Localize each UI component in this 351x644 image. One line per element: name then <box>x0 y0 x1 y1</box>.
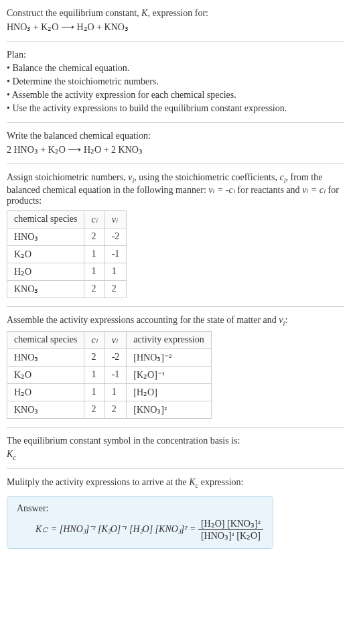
divider <box>7 164 344 164</box>
cell-vi: -1 <box>104 366 127 383</box>
cell-species: K₂O <box>7 366 84 383</box>
cell-ci: 2 <box>84 401 104 418</box>
cell-species: K₂O <box>7 245 84 263</box>
plan-section: Plan: • Balance the chemical equation. •… <box>7 50 344 114</box>
cell-vi: -2 <box>104 348 127 366</box>
cell-activity: [H₂O] <box>127 383 211 401</box>
cell-species: H₂O <box>7 263 84 280</box>
eq-products: νᵢ = cᵢ <box>302 185 326 195</box>
cell-ci: 2 <box>84 228 104 245</box>
symbol-section: The equilibrium constant symbol in the c… <box>7 436 344 461</box>
divider <box>7 468 344 469</box>
cell-species: HNO₃ <box>7 228 84 245</box>
cell-species: H₂O <box>7 383 84 401</box>
cell-species: KNO₃ <box>7 280 84 298</box>
K-symbol: K <box>141 8 147 18</box>
assemble-p1: Assemble the activity expressions accoun… <box>7 315 279 325</box>
cell-vi: 2 <box>104 280 127 298</box>
unbalanced-equation: HNO₃ + K₂O ⟶ H₂O + KNO₃ <box>7 21 344 33</box>
cell-vi: 1 <box>104 383 127 401</box>
activity-table: chemical species cᵢ νᵢ activity expressi… <box>7 331 212 419</box>
assemble-text: Assemble the activity expressions accoun… <box>7 315 344 327</box>
prompt-text-2: , expression for: <box>147 8 208 18</box>
th-vi: νᵢ <box>104 210 127 228</box>
cell-vi: -2 <box>104 228 127 245</box>
cell-vi: 2 <box>104 401 127 418</box>
table-row: HNO₃ 2 -2 <box>7 228 127 245</box>
table-row: H₂O 1 1 <box>7 263 127 280</box>
cell-species: KNO₃ <box>7 401 84 418</box>
multiply-p1: Mulitply the activity expressions to arr… <box>7 477 189 487</box>
table-row: K₂O 1 -1 [K₂O]⁻¹ <box>7 366 212 383</box>
stoich-table: chemical species cᵢ νᵢ HNO₃ 2 -2 K₂O 1 -… <box>7 210 127 298</box>
answer-expression: K𝚌 = [HNO₃]⁻² [K₂O]⁻¹ [H₂O] [KNO₃]² = [H… <box>17 518 263 541</box>
table-row: KNO₃ 2 2 <box>7 280 127 298</box>
cell-vi: -1 <box>104 245 127 263</box>
assign-p4: for reactants and <box>235 185 302 195</box>
prompt-section: Construct the equilibrium constant, K, e… <box>7 8 344 33</box>
plan-bullet-3: • Assemble the activity expression for e… <box>7 90 344 101</box>
multiply-section: Mulitply the activity expressions to arr… <box>7 477 344 549</box>
cell-species: HNO₃ <box>7 348 84 366</box>
balanced-intro: Write the balanced chemical equation: <box>7 131 344 141</box>
table-row: KNO₃ 2 2 [KNO₃]² <box>7 401 212 418</box>
eq-reactants: νᵢ = -cᵢ <box>208 185 235 195</box>
fraction-numerator: [H₂O] [KNO₃]² <box>198 518 263 530</box>
th-ci: cᵢ <box>84 210 104 228</box>
cell-ci: 2 <box>84 280 104 298</box>
th-ci: cᵢ <box>84 331 104 348</box>
table-row: K₂O 1 -1 <box>7 245 127 263</box>
assign-text: Assign stoichiometric numbers, νi, using… <box>7 172 344 206</box>
cell-activity: [KNO₃]² <box>127 401 211 418</box>
K-letter: K <box>189 477 195 487</box>
table-row: H₂O 1 1 [H₂O] <box>7 383 212 401</box>
answer-fraction: [H₂O] [KNO₃]² [HNO₃]² [K₂O] <box>198 518 263 541</box>
th-species: chemical species <box>7 210 84 228</box>
divider <box>7 41 344 42</box>
cell-ci: 2 <box>84 348 104 366</box>
answer-box: Answer: K𝚌 = [HNO₃]⁻² [K₂O]⁻¹ [H₂O] [KNO… <box>7 496 273 549</box>
balanced-equation: 2 HNO₃ + K₂O ⟶ H₂O + 2 KNO₃ <box>7 144 344 155</box>
assemble-section: Assemble the activity expressions accoun… <box>7 315 344 419</box>
prompt-text-1: Construct the equilibrium constant, <box>7 8 141 18</box>
multiply-text: Mulitply the activity expressions to arr… <box>7 477 344 489</box>
cell-activity: [HNO₃]⁻² <box>127 348 211 366</box>
divider <box>7 306 344 307</box>
divider <box>7 427 344 428</box>
assign-p2: , using the stoichiometric coefficients, <box>134 172 279 182</box>
fraction-denominator: [HNO₃]² [K₂O] <box>198 530 263 541</box>
table-row: HNO₃ 2 -2 [HNO₃]⁻² <box>7 348 212 366</box>
cell-ci: 1 <box>84 263 104 280</box>
balanced-section: Write the balanced chemical equation: 2 … <box>7 131 344 155</box>
K-letter: K <box>7 449 13 459</box>
th-species: chemical species <box>7 331 84 348</box>
assign-p1: Assign stoichiometric numbers, <box>7 172 128 182</box>
assemble-p2: : <box>285 315 287 325</box>
cell-activity: [K₂O]⁻¹ <box>127 366 211 383</box>
kc-symbol: Kc <box>7 449 344 461</box>
kc-sub: c <box>13 453 16 460</box>
divider <box>7 122 344 123</box>
cell-vi: 1 <box>104 263 127 280</box>
assign-section: Assign stoichiometric numbers, νi, using… <box>7 172 344 298</box>
cell-ci: 1 <box>84 366 104 383</box>
th-vi: νᵢ <box>104 331 127 348</box>
table-header-row: chemical species cᵢ νᵢ activity expressi… <box>7 331 212 348</box>
cell-ci: 1 <box>84 245 104 263</box>
plan-bullet-1: • Balance the chemical equation. <box>7 63 344 74</box>
symbol-intro: The equilibrium constant symbol in the c… <box>7 436 344 446</box>
answer-lhs: K𝚌 = [HNO₃]⁻² [K₂O]⁻¹ [H₂O] [KNO₃]² = <box>36 524 198 534</box>
plan-bullet-4: • Use the activity expressions to build … <box>7 103 344 114</box>
table-header-row: chemical species cᵢ νᵢ <box>7 210 127 228</box>
multiply-p2: expression: <box>198 477 243 487</box>
plan-bullet-2: • Determine the stoichiometric numbers. <box>7 76 344 87</box>
plan-title: Plan: <box>7 50 344 60</box>
cell-ci: 1 <box>84 383 104 401</box>
prompt-line: Construct the equilibrium constant, K, e… <box>7 8 344 19</box>
answer-label: Answer: <box>17 503 263 514</box>
th-activity: activity expression <box>127 331 211 348</box>
